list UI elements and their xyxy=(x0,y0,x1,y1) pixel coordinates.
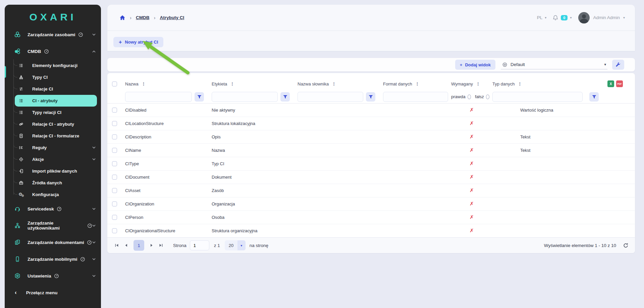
page-size-select[interactable]: 20 ▾ xyxy=(225,240,246,250)
filter-funnel-button[interactable] xyxy=(589,92,599,102)
sidebar-item-typy-ci[interactable]: Typy CI xyxy=(5,71,101,83)
select-all-checkbox[interactable] xyxy=(112,81,117,86)
next-page-button[interactable] xyxy=(147,241,156,250)
sidebar-item-label: Ustawienia xyxy=(28,273,51,279)
cell-format-danych xyxy=(382,197,449,210)
user-avatar[interactable] xyxy=(578,12,590,23)
column-header-nazwa-slownika: Nazwa słownika xyxy=(298,81,329,86)
notifications-button[interactable]: 0 ▾ xyxy=(552,15,572,21)
chevron-down-icon[interactable]: ▾ xyxy=(623,16,625,19)
refresh-icon xyxy=(623,243,629,248)
sidebar-item-zarzadzanie-uzytkownikami[interactable]: Zarządzanie użytkownikami xyxy=(5,217,101,234)
filter-funnel-button[interactable] xyxy=(366,92,375,102)
column-menu-icon[interactable]: ⋮ xyxy=(142,81,146,86)
page-number-button[interactable]: 1 xyxy=(133,240,144,251)
row-checkbox[interactable] xyxy=(112,161,117,166)
sidebar-item-akcje[interactable]: Akcje xyxy=(5,153,101,165)
chevron-down-icon: ▾ xyxy=(237,240,246,250)
sidebar-item-typy-relacji-ci[interactable]: Typy relacji CI xyxy=(5,107,101,118)
language-selector[interactable]: PL ▾ xyxy=(537,15,547,20)
sidebar-item-elementy-konfiguracji[interactable]: Elementy konfiguracji xyxy=(5,60,101,71)
sidebar-item-servicedesk[interactable]: Servicedesk xyxy=(5,200,101,217)
sidebar-item-label: Import plików danych xyxy=(32,169,77,174)
sidebar-item-zarzadzanie-mobilnymi[interactable]: Zarządzanie mobilnymi xyxy=(5,251,101,267)
filter-funnel-button[interactable] xyxy=(280,92,290,102)
sidebar-item-zarzadzanie-zasobami[interactable]: Zarządzanie zasobami xyxy=(5,26,101,43)
add-view-button[interactable]: + Dodaj widok xyxy=(455,60,495,70)
row-checkbox[interactable] xyxy=(112,201,117,206)
row-checkbox[interactable] xyxy=(112,215,117,220)
last-page-button[interactable] xyxy=(156,241,166,250)
filter-input-typ-danych[interactable] xyxy=(492,92,583,102)
row-checkbox[interactable] xyxy=(112,121,117,126)
cell-wymagany: ✗ xyxy=(449,103,491,117)
sidebar-item-import-plikow-danych[interactable]: Import plików danych xyxy=(5,165,101,177)
filter-input-format-danych[interactable] xyxy=(383,92,448,102)
sidebar-item-zarzadzanie-dokumentami[interactable]: Zarządzanie dokumentami xyxy=(5,234,101,251)
required-filter: prawda fałsz xyxy=(450,94,489,99)
sidebar-item-relacje-ci[interactable]: Relacje CI xyxy=(5,83,101,95)
cell-nazwa-slownika xyxy=(297,184,382,197)
sidebar-item-label: Reguły xyxy=(32,145,47,150)
sidebar-item-konfiguracja[interactable]: ⚙⚙ Konfiguracja xyxy=(5,189,101,200)
assets-hexagons-icon xyxy=(14,31,22,38)
cell-nazwa: CIOrganizationalStructure xyxy=(124,224,211,237)
view-icon xyxy=(502,62,507,67)
sidebar-item-ustawienia[interactable]: Ustawienia xyxy=(5,267,101,284)
sidebar-item-label: Zarządzanie użytkownikami xyxy=(28,221,85,231)
table-row: CILocationStructure Struktura lokalizacy… xyxy=(107,117,635,130)
row-checkbox[interactable] xyxy=(112,134,117,139)
view-selector[interactable]: Default ▾ xyxy=(501,60,607,69)
column-menu-icon[interactable]: ⋮ xyxy=(476,81,480,86)
filter-input-nazwa[interactable] xyxy=(125,92,192,102)
not-required-icon: ✗ xyxy=(470,174,474,180)
breadcrumb-link-cmdb[interactable]: CMDB xyxy=(136,15,150,20)
row-checkbox[interactable] xyxy=(112,228,117,233)
refresh-button[interactable] xyxy=(622,241,630,249)
cell-wymagany: ✗ xyxy=(449,184,491,197)
sidebar-item-reguly[interactable]: Reguły xyxy=(5,142,101,153)
bell-icon xyxy=(552,15,558,21)
sidebar-item-label: Źródła danych xyxy=(32,180,62,185)
cell-nazwa: CIDisabled xyxy=(124,103,211,117)
filter-funnel-button[interactable] xyxy=(195,92,204,102)
required-false-radio[interactable] xyxy=(486,95,489,99)
not-required-icon: ✗ xyxy=(470,187,474,193)
chevron-down-icon xyxy=(92,146,96,149)
row-checkbox[interactable] xyxy=(112,188,117,193)
filter-input-etykieta[interactable] xyxy=(212,92,278,102)
cell-typ-danych: Wartość logiczna xyxy=(491,103,603,117)
target-icon xyxy=(18,157,24,162)
column-menu-icon[interactable]: ⋮ xyxy=(518,81,522,86)
sidebar-item-cmdb[interactable]: CMDB xyxy=(5,43,101,60)
required-true-radio[interactable] xyxy=(468,95,471,99)
home-icon[interactable] xyxy=(119,15,125,21)
sidebar-item-zrodla-danych[interactable]: Źródła danych xyxy=(5,177,101,189)
column-menu-icon[interactable]: ⋮ xyxy=(415,81,420,86)
sidebar-item-relacje-ci-atrybuty[interactable]: Relacje CI - atrybuty xyxy=(5,118,101,130)
sidebar-item-relacje-ci-formularze[interactable]: Relacje CI - formularze xyxy=(5,130,101,142)
chevron-down-icon: ▾ xyxy=(570,16,572,19)
new-ci-attribute-button[interactable]: + Nowy atrybut CI xyxy=(113,37,163,47)
sidebar-item-ci-atrybuty[interactable]: CI - atrybuty xyxy=(15,95,97,107)
page-input[interactable] xyxy=(190,240,209,250)
column-menu-icon[interactable]: ⋮ xyxy=(332,81,336,86)
breadcrumb-link-atrybuty-ci[interactable]: Atrybuty CI xyxy=(160,15,184,20)
cell-format-danych xyxy=(382,143,449,157)
filter-input-nazwa-slownika[interactable] xyxy=(298,92,363,102)
menu-toggle-button[interactable]: ‹ Przełącz menu xyxy=(5,284,101,301)
main-header: › CMDB › Atrybuty CI PL ▾ 0 ▾ Admin Admi… xyxy=(107,5,635,51)
export-excel-button[interactable]: X xyxy=(607,80,614,87)
grid-settings-button[interactable] xyxy=(612,60,624,70)
breadcrumb-separator: › xyxy=(130,15,131,20)
cell-nazwa: CIDescription xyxy=(124,130,211,143)
export-pdf-button[interactable]: PDF xyxy=(616,80,623,87)
column-menu-icon[interactable]: ⋮ xyxy=(230,81,234,86)
row-checkbox[interactable] xyxy=(112,175,117,180)
row-checkbox[interactable] xyxy=(112,148,117,153)
row-checkbox[interactable] xyxy=(112,108,117,113)
table-row: CIType Typ CI ✗ xyxy=(107,157,635,170)
first-page-button[interactable] xyxy=(112,241,121,250)
cell-typ-danych xyxy=(491,224,603,237)
previous-page-button[interactable] xyxy=(121,241,131,250)
